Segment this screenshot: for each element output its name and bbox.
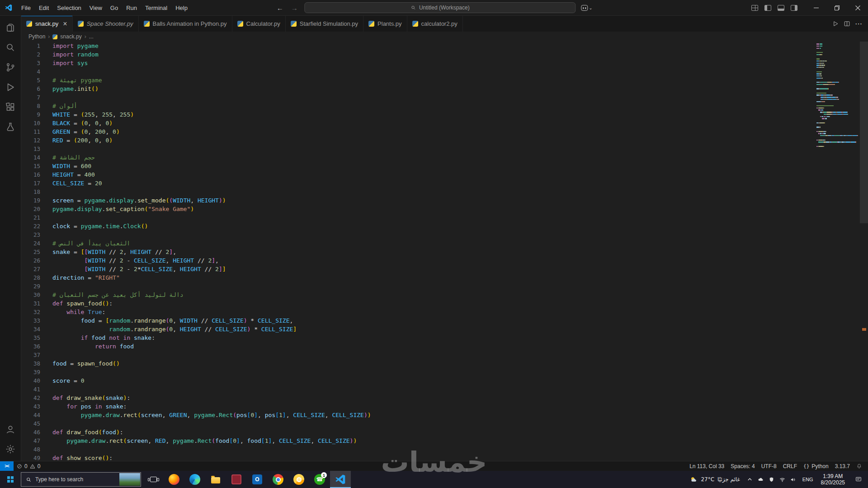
tab-space-shooter-py[interactable]: Space Shooter.py [73,16,139,32]
chrome-button[interactable] [268,471,288,488]
code-area[interactable]: 1import pygame2import random3import sys4… [21,42,809,461]
tab-snack-py[interactable]: snack.py× [21,16,73,32]
tab-plants-py[interactable]: Plants.py [363,16,407,32]
problems-status[interactable]: 0 0 [14,461,43,471]
code-line[interactable]: 44 pygame.draw.rect(screen, GREEN, pygam… [21,411,809,419]
breadcrumb-item-python[interactable]: Python [28,33,45,40]
code-line[interactable]: 3import sys [21,59,809,67]
navigate-forward-icon[interactable]: → [290,4,299,12]
outlook-button[interactable]: O [247,471,268,488]
taskbar-clock[interactable]: 1:39 AM 8/20/2025 [817,473,849,486]
code-line[interactable]: 11GREEN = (0, 200, 0) [21,127,809,136]
edge-button[interactable] [184,471,205,488]
split-editor-icon[interactable] [844,20,850,27]
code-line[interactable]: 40score = 0 [21,376,809,385]
onedrive-icon[interactable] [755,471,766,488]
code-line[interactable]: 34 random.randrange(0, HEIGHT // CELL_SI… [21,325,809,333]
code-line[interactable]: 8# ألوان [21,102,809,110]
chrome-canary-button[interactable] [288,471,309,488]
close-tab-icon[interactable]: × [63,20,67,28]
navigate-back-icon[interactable]: ← [275,4,284,12]
code-line[interactable]: 32 while True: [21,308,809,316]
menu-terminal[interactable]: Terminal [141,0,171,15]
code-line[interactable]: 17CELL_SIZE = 20 [21,179,809,188]
code-line[interactable]: 10BLACK = (0, 0, 0) [21,119,809,127]
whatsapp-button[interactable]: ☎1 [309,471,330,488]
code-line[interactable]: 15WIDTH = 600 [21,162,809,170]
tray-chevron-up-icon[interactable] [745,471,755,488]
security-shield-icon[interactable] [766,471,777,488]
command-center-search[interactable]: Untitled (Workspace) [304,2,576,13]
menu-help[interactable]: Help [171,0,192,15]
menu-edit[interactable]: Edit [35,0,53,15]
restore-button[interactable] [826,0,847,15]
editor[interactable]: 1import pygame2import random3import sys4… [21,42,868,461]
code-line[interactable]: 31def spawn_food(): [21,299,809,308]
code-line[interactable]: 7 [21,93,809,102]
scrollbar-thumb[interactable] [860,42,868,223]
code-line[interactable]: 14# حجم الشاشة [21,153,809,162]
search-highlight-thumbnail[interactable] [119,473,140,486]
vscode-button[interactable] [330,471,351,488]
search-view-button[interactable] [0,38,21,57]
copilot-icon[interactable]: ⌄ [581,5,592,11]
task-view-button[interactable] [143,471,164,488]
source-control-view-button[interactable] [0,57,21,77]
code-line[interactable]: 47 pygame.draw.rect(screen, RED, pygame.… [21,436,809,445]
code-line[interactable]: 35 if food not in snake: [21,333,809,342]
toggle-secondary-sidebar-icon[interactable] [791,5,797,11]
code-line[interactable]: 24# الثعبان يبدأ في النص [21,239,809,248]
network-wifi-icon[interactable] [777,471,788,488]
code-line[interactable]: 37 [21,351,809,359]
accounts-button[interactable] [0,419,21,439]
toggle-panel-icon[interactable] [778,5,784,11]
code-line[interactable]: 5# تهيئة pygame [21,76,809,84]
explorer-view-button[interactable] [0,18,21,38]
code-line[interactable]: 23 [21,230,809,239]
menu-file[interactable]: File [17,0,35,15]
code-line[interactable]: 12RED = (200, 0, 0) [21,136,809,145]
code-line[interactable]: 28direction = "RIGHT" [21,273,809,282]
code-line[interactable]: 33 food = [random.randrange(0, WIDTH // … [21,316,809,325]
run-and-debug-view-button[interactable] [0,77,21,97]
cursor-position[interactable]: Ln 113, Col 33 [686,461,727,471]
eol-status[interactable]: CRLF [780,461,800,471]
remote-indicator[interactable]: >< [0,461,14,471]
language-mode[interactable]: {} Python [800,461,832,471]
start-button[interactable] [0,471,21,488]
indentation-status[interactable]: Spaces: 4 [727,461,758,471]
customize-layout-icon[interactable] [751,5,758,11]
input-language-indicator[interactable]: ENG [799,477,817,482]
code-line[interactable]: 38food = spawn_food() [21,359,809,368]
tab-balls-animation-in-python-py[interactable]: Balls Animation in Python.py [139,16,232,32]
taskbar-search-box[interactable]: Type here to search [21,472,141,487]
notifications-bell[interactable] [853,461,865,471]
file-explorer-button[interactable] [205,471,226,488]
encoding-status[interactable]: UTF-8 [758,461,780,471]
tab-calculator2-py[interactable]: calculator2.py [407,16,463,32]
breadcrumb-item-snack-py[interactable]: snack.py [60,33,81,40]
breadcrumb-item-[interactable]: ... [89,33,94,40]
code-line[interactable]: 21 [21,213,809,222]
code-line[interactable]: 45 [21,419,809,428]
menu-selection[interactable]: Selection [53,0,85,15]
extensions-view-button[interactable] [0,97,21,117]
code-line[interactable]: 42def draw_snake(snake): [21,394,809,402]
minimize-button[interactable] [806,0,826,15]
code-line[interactable]: 20pygame.display.set_caption("Snake Game… [21,205,809,213]
code-line[interactable]: 18 [21,188,809,196]
tab-starfield-simulation-py[interactable]: Starfield Simulation.py [286,16,363,32]
code-line[interactable]: 39 [21,368,809,376]
menu-view[interactable]: View [85,0,106,15]
code-line[interactable]: 46def draw_food(food): [21,428,809,436]
run-python-file-icon[interactable] [832,20,839,27]
settings-button[interactable] [0,439,21,459]
code-line[interactable]: 41 [21,385,809,394]
code-line[interactable]: 4 [21,67,809,76]
code-line[interactable]: 13 [21,145,809,153]
code-line[interactable]: 16HEIGHT = 400 [21,170,809,179]
code-line[interactable]: 1import pygame [21,42,809,50]
menu-run[interactable]: Run [122,0,141,15]
code-line[interactable]: 43 for pos in snake: [21,402,809,411]
overview-ruler[interactable] [860,42,868,461]
